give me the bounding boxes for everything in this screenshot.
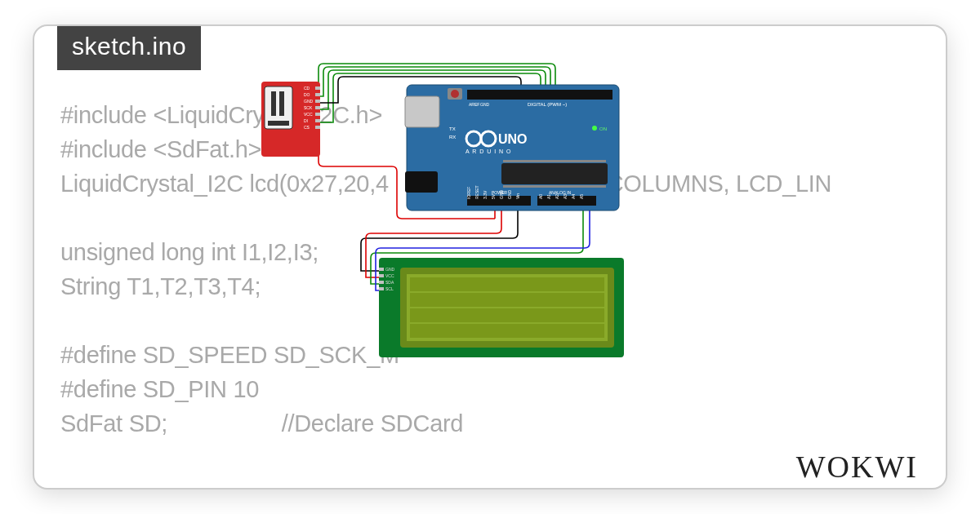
brand-logo: WOKWI <box>796 449 918 485</box>
brand-text: WOKWI <box>796 450 918 484</box>
svg-point-24 <box>451 90 459 98</box>
code-line: SdFat SD; //Declare SDCard <box>60 410 463 436</box>
card-frame: sketch.ino #include <LiquidCrystal_I2C.h… <box>33 24 947 490</box>
svg-rect-12 <box>315 86 320 90</box>
code-line: #include <LiquidCrystal_I2C.h> <box>60 102 382 128</box>
code-line: String T1,T2,T3,T4; <box>60 273 261 299</box>
code-line: #define SD_PIN 10 <box>60 376 259 402</box>
code-line: #define SD_SPEED SD_SCK_M <box>60 342 399 368</box>
code-block: #include <LiquidCrystal_I2C.h> #include … <box>60 98 926 441</box>
code-line: LiquidCrystal_I2C lcd(0x27,20,4 LCD_COLU… <box>60 171 831 197</box>
code-line: unsigned long int I1,I2,I3; <box>60 239 318 265</box>
filename-tab: sketch.ino <box>57 24 201 70</box>
svg-rect-13 <box>315 93 320 96</box>
filename-text: sketch.ino <box>72 33 186 60</box>
svg-text:CD: CD <box>304 86 310 91</box>
code-line: #include <SdFat.h> <box>60 136 261 162</box>
svg-text:DO: DO <box>304 92 310 97</box>
